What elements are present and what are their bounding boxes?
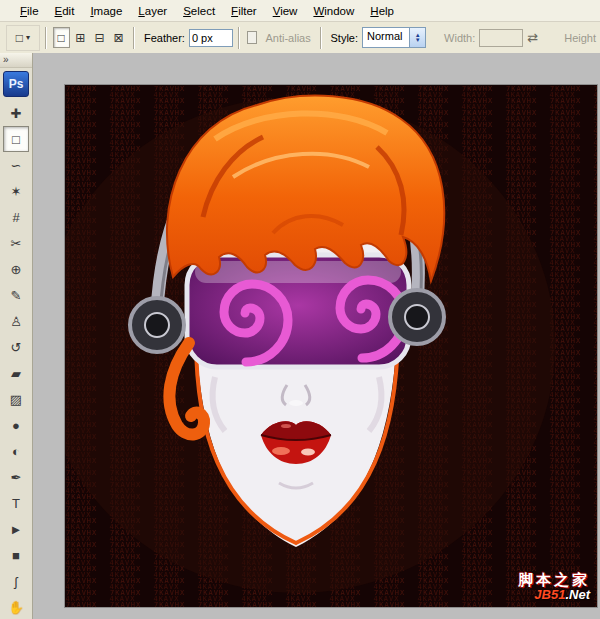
eyedropper-tool-icon: ʃ — [15, 574, 18, 589]
tool-healing-brush[interactable]: ⊕ — [3, 256, 29, 282]
separator — [238, 27, 240, 49]
dodge-tool-icon: ◐ — [12, 444, 20, 459]
tool-lasso[interactable]: ∽ — [3, 152, 29, 178]
menu-file[interactable]: File — [12, 2, 47, 20]
left-ear-cup — [130, 298, 184, 352]
panel-collapse-button[interactable]: » — [0, 53, 32, 68]
add-selection-icon: ⊞ — [75, 31, 85, 45]
healing-brush-tool-icon: ⊕ — [11, 262, 22, 277]
subtract-selection-icon: ⊟ — [94, 31, 104, 45]
swap-dimensions-icon: ⇄ — [527, 30, 538, 45]
tool-eyedropper[interactable]: ʃ — [3, 568, 29, 594]
tool-pen[interactable]: ✒ — [3, 464, 29, 490]
width-label: Width: — [444, 32, 475, 44]
add-to-selection-button[interactable]: ⊞ — [72, 27, 89, 48]
menu-filter[interactable]: Filter — [223, 2, 265, 20]
tool-gradient[interactable]: ▨ — [3, 386, 29, 412]
double-chevron-icon: » — [3, 54, 9, 65]
chevron-down-icon: ▾ — [26, 33, 30, 42]
style-dropdown-value: Normal — [363, 28, 409, 47]
tool-history-brush[interactable]: ↺ — [3, 334, 29, 360]
intersect-selection-button[interactable]: ⊠ — [110, 27, 127, 48]
width-input — [479, 29, 523, 47]
tool-shape[interactable]: ■ — [3, 542, 29, 568]
blur-tool-icon: ● — [12, 418, 20, 433]
marquee-tool-icon: □ — [12, 132, 20, 147]
photoshop-logo-text: Ps — [9, 77, 24, 91]
new-selection-icon: □ — [58, 31, 65, 45]
intersect-selection-icon: ⊠ — [114, 31, 124, 45]
workspace: 7KAVHX ZH4KAVX — [33, 53, 600, 619]
feather-input[interactable] — [189, 29, 233, 47]
menu-help[interactable]: Help — [362, 2, 402, 20]
subtract-from-selection-button[interactable]: ⊟ — [91, 27, 108, 48]
spiral-sunglasses — [187, 255, 409, 367]
crop-tool-icon: # — [12, 210, 19, 225]
separator — [45, 27, 47, 49]
separator — [320, 27, 322, 49]
brush-tool-icon: ✎ — [11, 288, 22, 303]
feather-label: Feather: — [144, 32, 185, 44]
tool-clone-stamp[interactable]: ♙ — [3, 308, 29, 334]
history-brush-tool-icon: ↺ — [11, 340, 22, 355]
path-selection-tool-icon: ► — [10, 522, 23, 537]
gradient-tool-icon: ▨ — [10, 392, 22, 407]
marquee-preset-icon: □ — [16, 31, 23, 45]
menu-edit[interactable]: Edit — [47, 2, 83, 20]
watermark-brand: JB51.Net — [518, 588, 590, 603]
lasso-tool-icon: ∽ — [11, 158, 22, 173]
eraser-tool-icon: ▰ — [11, 366, 21, 381]
menu-select[interactable]: Select — [175, 2, 223, 20]
arrow-down-icon: ▼ — [415, 38, 421, 43]
tool-preset-picker[interactable]: □ ▾ — [6, 25, 40, 51]
slice-tool-icon: ✂ — [11, 236, 22, 251]
options-bar: □ ▾ □ ⊞ ⊟ ⊠ Feather: Anti-alias Style: N… — [0, 22, 600, 54]
document-canvas[interactable]: 7KAVHX ZH4KAVX — [64, 84, 598, 608]
magic-wand-tool-icon: ✶ — [11, 184, 22, 199]
tool-eraser[interactable]: ▰ — [3, 360, 29, 386]
clone-stamp-tool-icon: ♙ — [10, 314, 22, 329]
tool-move[interactable]: ✚ — [3, 100, 29, 126]
watermark-brand-red: JB51 — [534, 587, 565, 602]
dropdown-spinner-icon: ▲ ▼ — [409, 28, 425, 47]
right-ear-cup — [390, 290, 444, 344]
type-tool-icon: T — [12, 496, 20, 511]
tool-crop[interactable]: # — [3, 204, 29, 230]
tool-slice[interactable]: ✂ — [3, 230, 29, 256]
style-dropdown[interactable]: Normal ▲ ▼ — [362, 27, 426, 48]
menu-layer[interactable]: Layer — [130, 2, 175, 20]
watermark-site-name: 脚本之家 — [518, 572, 590, 589]
height-label: Height — [564, 32, 596, 44]
new-selection-button[interactable]: □ — [53, 27, 70, 48]
menu-window[interactable]: Window — [305, 2, 362, 20]
tool-rectangular-marquee[interactable]: □ — [3, 126, 29, 152]
shape-tool-icon: ■ — [12, 548, 20, 563]
tool-hand[interactable]: ✋ — [3, 594, 29, 619]
tool-dodge[interactable]: ◐ — [3, 438, 29, 464]
tool-type[interactable]: T — [3, 490, 29, 516]
tool-path-selection[interactable]: ► — [3, 516, 29, 542]
artwork-illustration: 7KAVHX ZH4KAVX — [65, 85, 597, 607]
watermark: 脚本之家 JB51.Net — [518, 572, 590, 603]
tool-magic-wand[interactable]: ✶ — [3, 178, 29, 204]
tool-blur[interactable]: ● — [3, 412, 29, 438]
hand-tool-icon: ✋ — [8, 600, 24, 615]
pen-tool-icon: ✒ — [11, 470, 22, 485]
tool-panel: » Ps ✚ □ ∽ ✶ # ✂ ⊕ ✎ ♙ ↺ ▰ ▨ ● ◐ ✒ T ► ■… — [0, 53, 33, 619]
antialias-label: Anti-alias — [265, 32, 310, 44]
photoshop-logo: Ps — [3, 71, 29, 97]
tool-brush[interactable]: ✎ — [3, 282, 29, 308]
menu-bar: File Edit Image Layer Select Filter View… — [0, 0, 600, 22]
move-tool-icon: ✚ — [11, 106, 22, 121]
watermark-brand-suffix: .Net — [565, 587, 590, 602]
antialias-checkbox — [247, 31, 258, 44]
menu-image[interactable]: Image — [82, 2, 130, 20]
menu-view[interactable]: View — [265, 2, 306, 20]
separator — [133, 27, 135, 49]
style-label: Style: — [331, 32, 359, 44]
